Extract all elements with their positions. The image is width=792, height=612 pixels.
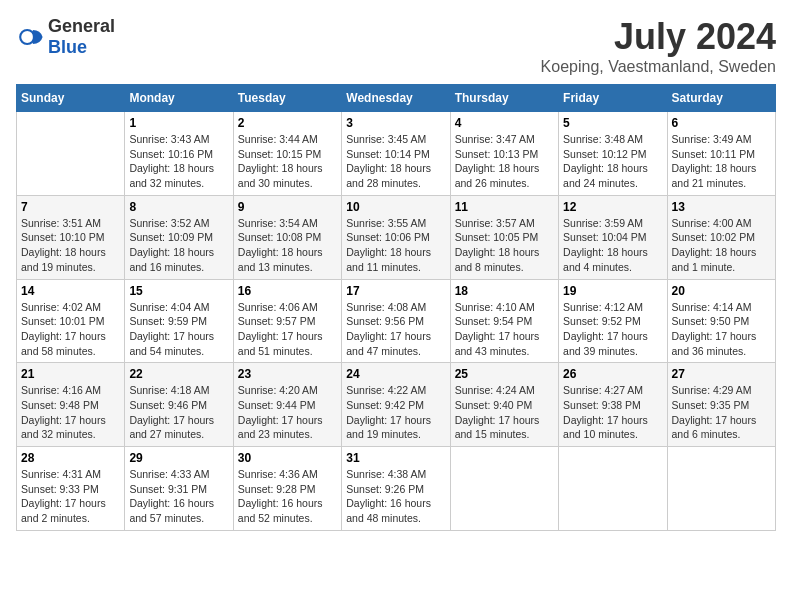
day-number: 24	[346, 367, 445, 381]
day-cell-4-6	[667, 447, 775, 531]
week-row-0: 1Sunrise: 3:43 AM Sunset: 10:16 PM Dayli…	[17, 112, 776, 196]
day-number: 19	[563, 284, 662, 298]
day-info: Sunrise: 3:52 AM Sunset: 10:09 PM Daylig…	[129, 216, 228, 275]
day-info: Sunrise: 4:33 AM Sunset: 9:31 PM Dayligh…	[129, 467, 228, 526]
day-cell-3-0: 21Sunrise: 4:16 AM Sunset: 9:48 PM Dayli…	[17, 363, 125, 447]
day-cell-2-2: 16Sunrise: 4:06 AM Sunset: 9:57 PM Dayli…	[233, 279, 341, 363]
day-number: 22	[129, 367, 228, 381]
day-cell-1-1: 8Sunrise: 3:52 AM Sunset: 10:09 PM Dayli…	[125, 195, 233, 279]
header-friday: Friday	[559, 85, 667, 112]
day-number: 15	[129, 284, 228, 298]
day-cell-0-3: 3Sunrise: 3:45 AM Sunset: 10:14 PM Dayli…	[342, 112, 450, 196]
day-cell-2-6: 20Sunrise: 4:14 AM Sunset: 9:50 PM Dayli…	[667, 279, 775, 363]
day-cell-3-2: 23Sunrise: 4:20 AM Sunset: 9:44 PM Dayli…	[233, 363, 341, 447]
subtitle: Koeping, Vaestmanland, Sweden	[541, 58, 776, 76]
day-cell-0-1: 1Sunrise: 3:43 AM Sunset: 10:16 PM Dayli…	[125, 112, 233, 196]
week-row-1: 7Sunrise: 3:51 AM Sunset: 10:10 PM Dayli…	[17, 195, 776, 279]
header: General Blue July 2024 Koeping, Vaestman…	[16, 16, 776, 76]
day-number: 29	[129, 451, 228, 465]
day-number: 17	[346, 284, 445, 298]
day-info: Sunrise: 3:44 AM Sunset: 10:15 PM Daylig…	[238, 132, 337, 191]
day-number: 25	[455, 367, 554, 381]
header-sunday: Sunday	[17, 85, 125, 112]
day-info: Sunrise: 3:59 AM Sunset: 10:04 PM Daylig…	[563, 216, 662, 275]
day-number: 12	[563, 200, 662, 214]
day-number: 27	[672, 367, 771, 381]
day-info: Sunrise: 3:45 AM Sunset: 10:14 PM Daylig…	[346, 132, 445, 191]
day-cell-4-1: 29Sunrise: 4:33 AM Sunset: 9:31 PM Dayli…	[125, 447, 233, 531]
day-cell-2-0: 14Sunrise: 4:02 AM Sunset: 10:01 PM Dayl…	[17, 279, 125, 363]
calendar-table: Sunday Monday Tuesday Wednesday Thursday…	[16, 84, 776, 531]
day-info: Sunrise: 3:51 AM Sunset: 10:10 PM Daylig…	[21, 216, 120, 275]
day-number: 11	[455, 200, 554, 214]
day-number: 13	[672, 200, 771, 214]
logo-blue: Blue	[48, 37, 87, 57]
day-info: Sunrise: 3:48 AM Sunset: 10:12 PM Daylig…	[563, 132, 662, 191]
day-cell-2-1: 15Sunrise: 4:04 AM Sunset: 9:59 PM Dayli…	[125, 279, 233, 363]
logo: General Blue	[16, 16, 115, 58]
day-cell-0-4: 4Sunrise: 3:47 AM Sunset: 10:13 PM Dayli…	[450, 112, 558, 196]
calendar-body: 1Sunrise: 3:43 AM Sunset: 10:16 PM Dayli…	[17, 112, 776, 531]
day-info: Sunrise: 4:08 AM Sunset: 9:56 PM Dayligh…	[346, 300, 445, 359]
week-row-2: 14Sunrise: 4:02 AM Sunset: 10:01 PM Dayl…	[17, 279, 776, 363]
day-info: Sunrise: 4:18 AM Sunset: 9:46 PM Dayligh…	[129, 383, 228, 442]
title-area: July 2024 Koeping, Vaestmanland, Sweden	[541, 16, 776, 76]
header-monday: Monday	[125, 85, 233, 112]
day-cell-1-6: 13Sunrise: 4:00 AM Sunset: 10:02 PM Dayl…	[667, 195, 775, 279]
day-cell-3-4: 25Sunrise: 4:24 AM Sunset: 9:40 PM Dayli…	[450, 363, 558, 447]
day-number: 9	[238, 200, 337, 214]
day-cell-0-0	[17, 112, 125, 196]
day-cell-4-5	[559, 447, 667, 531]
header-thursday: Thursday	[450, 85, 558, 112]
day-info: Sunrise: 4:04 AM Sunset: 9:59 PM Dayligh…	[129, 300, 228, 359]
day-info: Sunrise: 3:55 AM Sunset: 10:06 PM Daylig…	[346, 216, 445, 275]
day-info: Sunrise: 4:16 AM Sunset: 9:48 PM Dayligh…	[21, 383, 120, 442]
day-number: 21	[21, 367, 120, 381]
day-cell-4-3: 31Sunrise: 4:38 AM Sunset: 9:26 PM Dayli…	[342, 447, 450, 531]
day-number: 31	[346, 451, 445, 465]
logo-general: General	[48, 16, 115, 36]
day-info: Sunrise: 4:02 AM Sunset: 10:01 PM Daylig…	[21, 300, 120, 359]
day-info: Sunrise: 3:54 AM Sunset: 10:08 PM Daylig…	[238, 216, 337, 275]
day-cell-0-5: 5Sunrise: 3:48 AM Sunset: 10:12 PM Dayli…	[559, 112, 667, 196]
main-title: July 2024	[541, 16, 776, 58]
day-info: Sunrise: 4:36 AM Sunset: 9:28 PM Dayligh…	[238, 467, 337, 526]
day-cell-3-6: 27Sunrise: 4:29 AM Sunset: 9:35 PM Dayli…	[667, 363, 775, 447]
day-info: Sunrise: 4:06 AM Sunset: 9:57 PM Dayligh…	[238, 300, 337, 359]
calendar-header: Sunday Monday Tuesday Wednesday Thursday…	[17, 85, 776, 112]
day-info: Sunrise: 4:20 AM Sunset: 9:44 PM Dayligh…	[238, 383, 337, 442]
logo-icon	[16, 23, 44, 51]
header-row: Sunday Monday Tuesday Wednesday Thursday…	[17, 85, 776, 112]
day-number: 10	[346, 200, 445, 214]
day-info: Sunrise: 3:49 AM Sunset: 10:11 PM Daylig…	[672, 132, 771, 191]
day-cell-0-6: 6Sunrise: 3:49 AM Sunset: 10:11 PM Dayli…	[667, 112, 775, 196]
day-number: 26	[563, 367, 662, 381]
day-cell-1-0: 7Sunrise: 3:51 AM Sunset: 10:10 PM Dayli…	[17, 195, 125, 279]
day-cell-2-3: 17Sunrise: 4:08 AM Sunset: 9:56 PM Dayli…	[342, 279, 450, 363]
day-number: 18	[455, 284, 554, 298]
week-row-3: 21Sunrise: 4:16 AM Sunset: 9:48 PM Dayli…	[17, 363, 776, 447]
day-info: Sunrise: 3:57 AM Sunset: 10:05 PM Daylig…	[455, 216, 554, 275]
day-number: 1	[129, 116, 228, 130]
day-number: 4	[455, 116, 554, 130]
day-number: 14	[21, 284, 120, 298]
day-cell-2-4: 18Sunrise: 4:10 AM Sunset: 9:54 PM Dayli…	[450, 279, 558, 363]
day-number: 8	[129, 200, 228, 214]
day-info: Sunrise: 4:22 AM Sunset: 9:42 PM Dayligh…	[346, 383, 445, 442]
day-number: 3	[346, 116, 445, 130]
day-cell-0-2: 2Sunrise: 3:44 AM Sunset: 10:15 PM Dayli…	[233, 112, 341, 196]
day-info: Sunrise: 4:24 AM Sunset: 9:40 PM Dayligh…	[455, 383, 554, 442]
day-number: 7	[21, 200, 120, 214]
day-number: 5	[563, 116, 662, 130]
header-saturday: Saturday	[667, 85, 775, 112]
day-number: 16	[238, 284, 337, 298]
day-info: Sunrise: 3:43 AM Sunset: 10:16 PM Daylig…	[129, 132, 228, 191]
day-info: Sunrise: 4:31 AM Sunset: 9:33 PM Dayligh…	[21, 467, 120, 526]
week-row-4: 28Sunrise: 4:31 AM Sunset: 9:33 PM Dayli…	[17, 447, 776, 531]
day-cell-1-4: 11Sunrise: 3:57 AM Sunset: 10:05 PM Dayl…	[450, 195, 558, 279]
day-info: Sunrise: 4:10 AM Sunset: 9:54 PM Dayligh…	[455, 300, 554, 359]
day-cell-2-5: 19Sunrise: 4:12 AM Sunset: 9:52 PM Dayli…	[559, 279, 667, 363]
logo-text: General Blue	[48, 16, 115, 58]
day-cell-3-1: 22Sunrise: 4:18 AM Sunset: 9:46 PM Dayli…	[125, 363, 233, 447]
day-number: 23	[238, 367, 337, 381]
